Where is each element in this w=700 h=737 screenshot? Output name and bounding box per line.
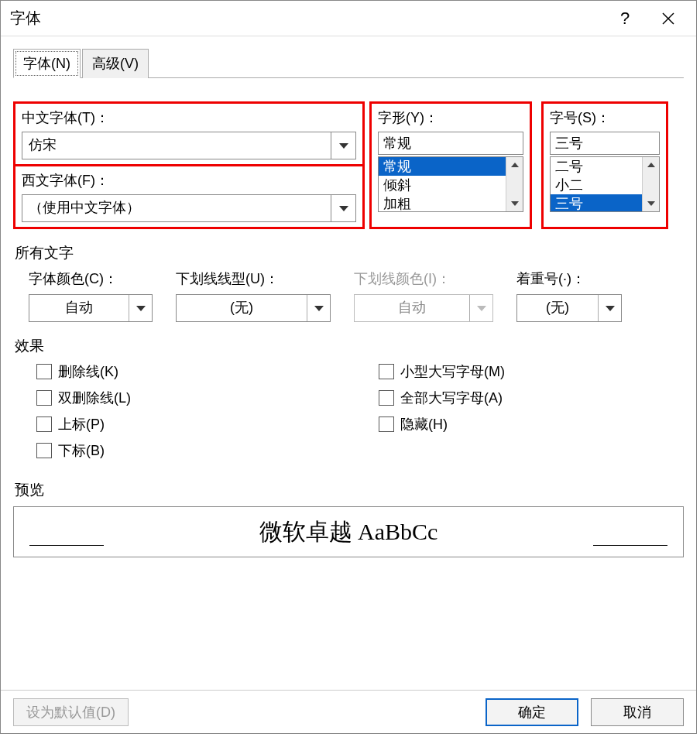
checkbox-icon (379, 390, 394, 406)
close-icon (661, 12, 675, 26)
checkbox-superscript[interactable]: 上标(P) (36, 415, 131, 434)
chevron-down-icon (129, 295, 152, 321)
preview-heading: 预览 (15, 480, 684, 500)
size-listbox[interactable]: 二号 小二 三号 (550, 156, 660, 212)
scroll-down-icon[interactable] (643, 196, 659, 211)
font-color-value: 自动 (29, 295, 129, 321)
set-default-button[interactable]: 设为默认值(D) (13, 698, 129, 726)
size-group: 字号(S)： 三号 二号 小二 三号 (541, 101, 668, 229)
size-input[interactable]: 三号 (550, 132, 660, 155)
underline-value: (无) (177, 295, 307, 321)
cn-font-combo[interactable]: 仿宋 (22, 132, 356, 159)
en-font-label: 西文字体(F)： (22, 171, 356, 190)
size-label: 字号(S)： (550, 108, 660, 127)
underline-label: 下划线线型(U)： (176, 269, 279, 288)
checkbox-all-caps[interactable]: 全部大写字母(A) (379, 389, 505, 407)
checkbox-small-caps[interactable]: 小型大写字母(M) (379, 362, 505, 381)
chevron-down-icon (469, 295, 492, 321)
emphasis-value: (无) (517, 295, 598, 321)
underline-color-value: 自动 (355, 295, 469, 321)
checkbox-double-strike[interactable]: 双删除线(L) (36, 389, 131, 407)
scroll-down-icon[interactable] (506, 196, 523, 211)
scroll-up-icon[interactable] (506, 157, 523, 173)
style-input[interactable]: 常规 (378, 132, 523, 155)
font-color-label: 字体颜色(C)： (29, 269, 118, 288)
all-text-heading: 所有文字 (15, 243, 684, 263)
dialog-footer: 设为默认值(D) 确定 取消 (1, 690, 696, 733)
ok-button[interactable]: 确定 (486, 698, 578, 726)
checkbox-icon (379, 364, 394, 379)
font-color-combo[interactable]: 自动 (29, 294, 153, 322)
dialog-title: 字体 (7, 8, 603, 29)
underline-color-combo: 自动 (354, 294, 493, 322)
checkbox-icon (36, 443, 52, 458)
checkbox-icon (379, 416, 394, 432)
underline-color-label: 下划线颜色(I)： (354, 269, 451, 288)
style-option-italic[interactable]: 倾斜 (379, 176, 523, 194)
scroll-up-icon[interactable] (643, 157, 659, 173)
en-font-value: （使用中文字体） (22, 195, 331, 221)
preview-sample: 微软卓越 AaBbCc (259, 516, 438, 548)
chevron-down-icon (598, 295, 621, 321)
emphasis-label: 着重号(·)： (516, 269, 585, 288)
checkbox-icon (36, 416, 52, 432)
cn-font-group: 中文字体(T)： 仿宋 (13, 101, 365, 166)
chevron-down-icon (331, 132, 355, 159)
en-font-combo[interactable]: （使用中文字体） (22, 194, 356, 222)
checkbox-icon (36, 364, 52, 379)
style-listbox[interactable]: 常规 倾斜 加粗 (378, 156, 523, 212)
chevron-down-icon (307, 295, 330, 321)
chevron-down-icon (331, 195, 355, 221)
effects-heading: 效果 (15, 336, 684, 356)
checkbox-icon (36, 390, 52, 406)
close-button[interactable] (647, 2, 690, 36)
checkbox-strike[interactable]: 删除线(K) (36, 362, 131, 381)
font-dialog: 字体 ? 字体(N) 高级(V) 中文字体(T)： 仿宋 西文字体(F)： (0, 0, 697, 734)
emphasis-combo[interactable]: (无) (516, 294, 622, 322)
titlebar: 字体 ? (1, 1, 696, 36)
checkbox-subscript[interactable]: 下标(B) (36, 441, 131, 460)
style-option-regular[interactable]: 常规 (379, 157, 523, 176)
preview-box: 微软卓越 AaBbCc (13, 506, 684, 557)
preview-underline-left (29, 545, 104, 546)
style-option-bold[interactable]: 加粗 (379, 194, 523, 212)
cn-font-label: 中文字体(T)： (22, 108, 356, 127)
preview-underline-right (593, 545, 667, 546)
tab-advanced[interactable]: 高级(V) (82, 49, 149, 78)
style-label: 字形(Y)： (378, 108, 523, 127)
checkbox-hidden[interactable]: 隐藏(H) (379, 415, 505, 434)
help-button[interactable]: ? (603, 2, 647, 36)
tab-font[interactable]: 字体(N) (13, 49, 81, 78)
en-font-group: 西文字体(F)： （使用中文字体） (13, 164, 365, 229)
cn-font-value: 仿宋 (22, 132, 331, 159)
tab-strip: 字体(N) 高级(V) (13, 49, 684, 78)
style-group: 字形(Y)： 常规 常规 倾斜 加粗 (369, 101, 532, 229)
cancel-button[interactable]: 取消 (591, 698, 684, 726)
underline-combo[interactable]: (无) (176, 294, 331, 322)
size-scrollbar[interactable] (642, 157, 659, 211)
style-scrollbar[interactable] (506, 157, 523, 211)
